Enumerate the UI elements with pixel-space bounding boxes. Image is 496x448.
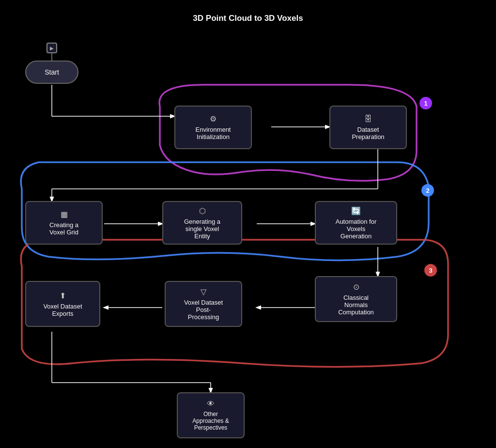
env-init-node[interactable]: ⚙ Environment Initialization bbox=[174, 106, 252, 149]
voxel-export-node[interactable]: ⬆ Voxel Dataset Exports bbox=[25, 281, 100, 327]
start-icon: ▶ bbox=[46, 43, 57, 53]
classical-normals-node[interactable]: ⊙ Classical Normals Computation bbox=[315, 276, 397, 322]
voxel-post-node[interactable]: ▽ Voxel Dataset Post- Processing bbox=[165, 281, 242, 327]
voxel-grid-node[interactable]: ▦ Creating a Voxel Grid bbox=[25, 201, 103, 245]
page-title: 3D Point Cloud to 3D Voxels bbox=[193, 14, 303, 23]
diagram: 3D Point Cloud to 3D Voxels bbox=[0, 0, 496, 448]
classical-normals-icon: ⊙ bbox=[353, 282, 359, 292]
loop-badge-1: 1 bbox=[419, 97, 432, 109]
dataset-prep-node[interactable]: 🗄 Dataset Preparation bbox=[329, 106, 407, 149]
voxel-grid-icon: ▦ bbox=[61, 210, 68, 219]
start-node[interactable]: Start bbox=[25, 61, 78, 84]
loop-badge-3: 3 bbox=[424, 264, 437, 277]
single-voxel-icon: ⬡ bbox=[199, 206, 206, 216]
dataset-prep-icon: 🗄 bbox=[364, 115, 372, 124]
other-approaches-node[interactable]: 👁 Other Approaches & Perspectives bbox=[177, 392, 245, 438]
voxel-post-icon: ▽ bbox=[201, 287, 206, 296]
loop-badge-2: 2 bbox=[421, 184, 434, 197]
automation-node[interactable]: 🔄 Automation for Voxels Generation bbox=[315, 201, 397, 245]
env-init-icon: ⚙ bbox=[210, 114, 217, 124]
automation-icon: 🔄 bbox=[351, 206, 361, 216]
single-voxel-node[interactable]: ⬡ Generating a single Voxel Entity bbox=[162, 201, 242, 245]
other-approaches-icon: 👁 bbox=[207, 400, 215, 408]
voxel-export-icon: ⬆ bbox=[60, 291, 66, 300]
